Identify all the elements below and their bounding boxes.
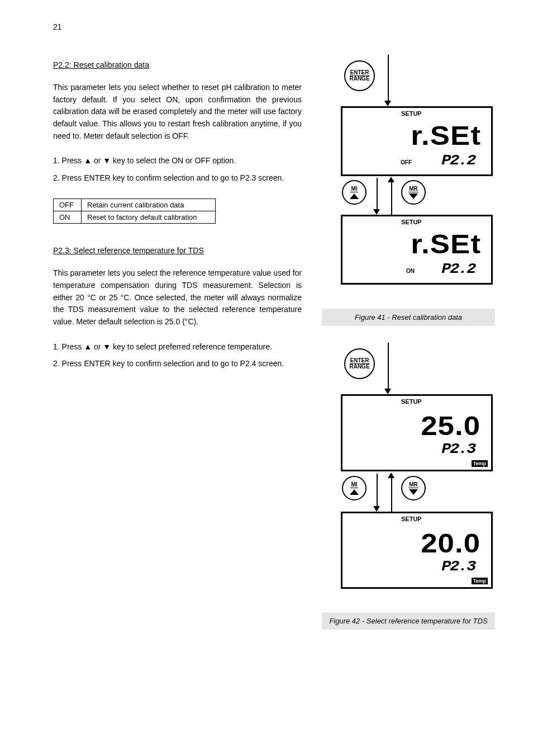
lcd-screen: SETUP r.SEt ON P2.2 <box>341 215 493 285</box>
up-triangle-icon <box>350 193 359 199</box>
label: RANGE <box>349 364 369 370</box>
down-triangle-icon <box>409 489 418 495</box>
label: MR <box>408 482 418 488</box>
up-triangle-icon <box>350 489 359 495</box>
lcd-param: P2.2 <box>441 261 475 277</box>
lcd-main-value: 20.0 <box>421 528 480 559</box>
figure-42-caption: Figure 42 - Select reference temperature… <box>322 612 495 630</box>
lcd-main-value: r.SEt <box>411 120 481 151</box>
setup-label: SETUP <box>401 219 422 225</box>
enter-range-button-icon: ENTER RANGE <box>344 60 375 91</box>
lcd-main-value: 25.0 <box>421 410 480 441</box>
page-number: 21 <box>53 22 499 31</box>
cell: OFF <box>54 199 82 211</box>
down-triangle-icon: ▼ <box>103 342 111 351</box>
mr-down-button-icon: MR <box>401 180 426 205</box>
temp-badge: Temp <box>472 578 488 584</box>
step-text: or <box>92 156 103 165</box>
step-text: 1. Press <box>53 156 84 165</box>
off-indicator: OFF <box>401 159 412 166</box>
setup-label: SETUP <box>401 516 422 522</box>
step-text: 1. Press <box>53 342 84 351</box>
cell: ON <box>54 211 82 224</box>
cell: Reset to factory default calibration <box>82 211 216 224</box>
mi-up-button-icon: MI <box>342 476 367 500</box>
up-triangle-icon: ▲ <box>84 342 92 351</box>
lcd-screen: SETUP 25.0 P2.3 Temp <box>341 394 493 471</box>
lcd-screen: SETUP r.SEt OFF P2.2 <box>341 106 493 176</box>
setup-label: SETUP <box>401 110 422 117</box>
enter-range-button-icon: ENTER RANGE <box>344 348 375 379</box>
lcd-param: P2.3 <box>441 558 475 575</box>
label: MI <box>350 482 358 488</box>
step-text: key to select the ON or OFF option. <box>111 156 236 165</box>
step-p23-1: 1. Press ▲ or ▼ key to select preferred … <box>53 341 302 353</box>
para-p23: This parameter lets you select the refer… <box>53 267 302 328</box>
mi-up-button-icon: MI <box>342 180 367 205</box>
temp-badge: Temp <box>472 460 488 467</box>
lcd-main-value: r.SEt <box>411 229 481 259</box>
mr-down-button-icon: MR <box>401 476 426 500</box>
lcd-screen: SETUP 20.0 P2.3 Temp <box>341 512 493 589</box>
options-table: OFF Retain current calibration data ON R… <box>53 199 216 224</box>
step-p23-2: 2. Press ENTER key to confirm selection … <box>53 357 302 370</box>
on-indicator: ON <box>406 268 415 274</box>
label: MR <box>408 186 418 192</box>
down-triangle-icon <box>409 193 418 199</box>
cell: Retain current calibration data <box>82 199 216 211</box>
step-text: key to select preferred reference temper… <box>111 342 272 351</box>
lcd-param: P2.2 <box>441 152 475 169</box>
figure-41-diagram: ENTER RANGE SETUP r.SEt OFF P2.2 MI <box>322 60 495 302</box>
figure-41-caption: Figure 41 - Reset calibration data <box>322 309 495 326</box>
step-p22-1: 1. Press ▲ or ▼ key to select the ON or … <box>53 154 302 167</box>
lcd-param: P2.3 <box>441 441 475 457</box>
table-row: ON Reset to factory default calibration <box>54 211 216 224</box>
down-triangle-icon: ▼ <box>103 156 111 165</box>
step-text: or <box>92 342 103 351</box>
setup-label: SETUP <box>401 398 422 405</box>
para-p22: This parameter lets you select whether t… <box>53 82 302 142</box>
table-row: OFF Retain current calibration data <box>54 199 216 211</box>
heading-p23: P2.3: Select reference temperature for T… <box>53 246 302 255</box>
label: MI <box>350 186 358 192</box>
figure-42-diagram: ENTER RANGE SETUP 25.0 P2.3 Temp MI MR <box>322 348 495 601</box>
up-triangle-icon: ▲ <box>84 156 92 165</box>
step-p22-2: 2. Press ENTER key to confirm selection … <box>53 172 302 184</box>
heading-p22: P2.2: Reset calibration data <box>53 60 302 69</box>
label: RANGE <box>349 76 369 82</box>
